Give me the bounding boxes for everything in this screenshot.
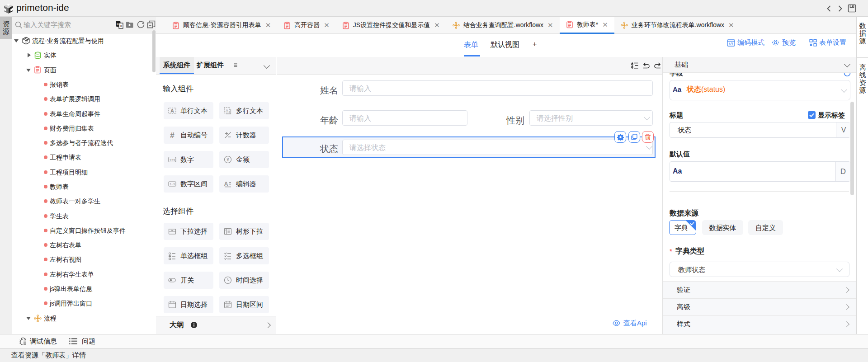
svg-text:A: A bbox=[224, 181, 228, 187]
svg-text:#: # bbox=[170, 131, 175, 139]
svg-text:A: A bbox=[170, 108, 174, 113]
svg-text:1~3: 1~3 bbox=[170, 183, 175, 186]
svg-text:A: A bbox=[226, 108, 228, 113]
svg-text:¥: ¥ bbox=[226, 157, 229, 162]
svg-text:123: 123 bbox=[170, 158, 175, 162]
